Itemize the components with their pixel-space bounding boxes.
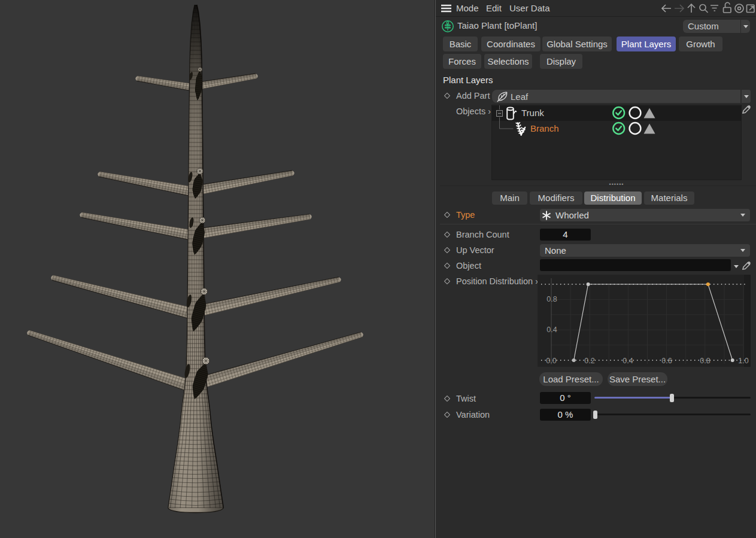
svg-text:1.0: 1.0 [738, 357, 748, 365]
svg-text:0.4: 0.4 [546, 326, 557, 334]
svg-text:0.4: 0.4 [623, 357, 633, 365]
svg-text:0.2: 0.2 [584, 357, 594, 365]
svg-text:0.6: 0.6 [661, 357, 672, 365]
svg-text:0.0: 0.0 [546, 357, 556, 365]
svg-text:0.8: 0.8 [546, 295, 557, 303]
svg-text:0.8: 0.8 [700, 357, 710, 365]
